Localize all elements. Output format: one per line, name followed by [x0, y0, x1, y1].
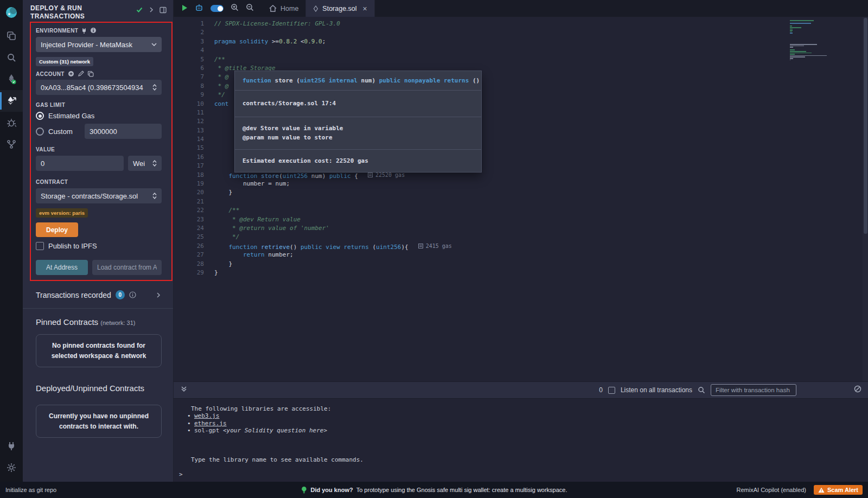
- estimated-gas-option[interactable]: Estimated Gas: [36, 112, 162, 120]
- deploy-button[interactable]: Deploy: [36, 222, 78, 237]
- code-line[interactable]: 21: [174, 197, 868, 206]
- copilot-toggle[interactable]: [210, 5, 224, 12]
- transactions-recorded-row[interactable]: Transactions recorded 0: [36, 290, 162, 299]
- line-number[interactable]: 2: [174, 28, 204, 37]
- code-line[interactable]: 2: [174, 28, 868, 37]
- code-line[interactable]: 26 function retrieve() public view retur…: [174, 242, 868, 251]
- sidebar-item-search[interactable]: [0, 47, 23, 68]
- code-line[interactable]: 20 }: [174, 188, 868, 197]
- pin-panel-icon[interactable]: [159, 7, 167, 14]
- value-unit-select[interactable]: Wei: [128, 156, 162, 171]
- line-number[interactable]: 24: [174, 224, 204, 233]
- at-address-button[interactable]: At Address: [36, 260, 88, 275]
- chevron-right-icon[interactable]: [155, 292, 162, 298]
- line-number[interactable]: 4: [174, 46, 204, 55]
- custom-gas-input[interactable]: [85, 124, 162, 139]
- code-line[interactable]: 29}: [174, 269, 868, 277]
- sidebar-item-debugger[interactable]: [0, 112, 23, 133]
- environment-select[interactable]: Injected Provider - MetaMask: [36, 37, 162, 52]
- add-account-icon[interactable]: [68, 71, 74, 77]
- line-number[interactable]: 23: [174, 215, 204, 224]
- listen-all-transactions-label[interactable]: Listen on all transactions: [621, 386, 692, 394]
- terminal-library-link[interactable]: web3.js: [194, 412, 219, 419]
- sidebar-item-deploy-and-run[interactable]: [0, 90, 23, 112]
- transaction-filter-input[interactable]: [711, 384, 796, 396]
- line-number[interactable]: 12: [174, 117, 204, 126]
- line-number[interactable]: 1: [174, 20, 204, 28]
- value-input[interactable]: [36, 156, 124, 171]
- code-line[interactable]: 19 number = num;: [174, 180, 868, 188]
- terminal-prompt[interactable]: >: [174, 471, 868, 478]
- custom-gas-radio[interactable]: [36, 127, 44, 136]
- line-number[interactable]: 25: [174, 233, 204, 241]
- line-number[interactable]: 19: [174, 180, 204, 188]
- contract-select[interactable]: Storage - contracts/Storage.sol: [36, 188, 162, 203]
- line-number[interactable]: 3: [174, 37, 204, 46]
- scrollbar-thumb[interactable]: [864, 18, 867, 234]
- code-line[interactable]: 23 * @dev Return value: [174, 215, 868, 224]
- zoom-in-icon[interactable]: [231, 3, 239, 14]
- editor-minimap[interactable]: [790, 20, 840, 61]
- line-number[interactable]: 28: [174, 260, 204, 269]
- remixai-assistant-icon[interactable]: [195, 3, 203, 14]
- code-line[interactable]: 27 return number;: [174, 251, 868, 259]
- zoom-out-icon[interactable]: [246, 3, 254, 14]
- terminal-output[interactable]: The following libraries are accessible:w…: [174, 398, 868, 482]
- sidebar-item-plugin-connector[interactable]: [0, 133, 23, 155]
- code-editor[interactable]: 1// SPDX-License-Identifier: GPL-3.023pr…: [174, 17, 868, 381]
- line-number[interactable]: 15: [174, 144, 204, 152]
- line-number[interactable]: 29: [174, 269, 204, 277]
- sidebar-item-solidity-compiler[interactable]: [0, 68, 23, 90]
- close-tab-icon[interactable]: ×: [363, 5, 367, 12]
- tab-home[interactable]: Home: [262, 0, 306, 17]
- git-init-status[interactable]: Initialize as git repo: [5, 487, 56, 493]
- line-number[interactable]: 10: [174, 100, 204, 108]
- line-number[interactable]: 18: [174, 171, 204, 180]
- line-number[interactable]: 26: [174, 242, 204, 251]
- line-number[interactable]: 20: [174, 188, 204, 197]
- line-number[interactable]: 9: [174, 91, 204, 99]
- code-line[interactable]: 3pragma solidity >=0.8.2 <0.9.0;: [174, 37, 868, 46]
- line-number[interactable]: 17: [174, 162, 204, 170]
- code-line[interactable]: 4: [174, 46, 868, 55]
- tab-storage-sol[interactable]: Storage.sol ×: [306, 0, 374, 17]
- listen-all-transactions-checkbox[interactable]: [608, 387, 615, 394]
- line-number[interactable]: 21: [174, 197, 204, 206]
- line-number[interactable]: 5: [174, 55, 204, 64]
- line-number[interactable]: 14: [174, 135, 204, 144]
- remix-logo[interactable]: [2, 3, 21, 22]
- info-icon[interactable]: [90, 27, 97, 34]
- at-address-input[interactable]: [92, 260, 162, 275]
- terminal-library-link[interactable]: ethers.js: [194, 420, 227, 427]
- estimated-gas-radio[interactable]: [36, 112, 44, 120]
- code-line[interactable]: 25 */: [174, 233, 868, 241]
- copy-icon[interactable]: [87, 71, 94, 77]
- line-number[interactable]: 11: [174, 108, 204, 117]
- expand-terminal-icon[interactable]: [180, 385, 188, 395]
- chevron-right-icon[interactable]: [148, 7, 155, 13]
- line-number[interactable]: 22: [174, 206, 204, 215]
- edit-icon[interactable]: [78, 71, 84, 77]
- run-script-button[interactable]: [182, 4, 188, 14]
- publish-ipfs-option[interactable]: Publish to IPFS: [36, 242, 162, 250]
- publish-ipfs-checkbox[interactable]: [36, 242, 44, 250]
- code-line[interactable]: 5/**: [174, 55, 868, 64]
- code-line[interactable]: 28 }: [174, 260, 868, 269]
- sidebar-item-settings[interactable]: [0, 457, 23, 478]
- info-icon[interactable]: [129, 291, 136, 298]
- code-line[interactable]: 22 /**: [174, 206, 868, 215]
- line-number[interactable]: 6: [174, 64, 204, 73]
- sidebar-item-plugin-manager[interactable]: [0, 435, 23, 457]
- line-number[interactable]: 7: [174, 73, 204, 81]
- line-number[interactable]: 27: [174, 251, 204, 259]
- line-number[interactable]: 8: [174, 82, 204, 91]
- line-number[interactable]: 16: [174, 153, 204, 162]
- clear-console-icon[interactable]: [854, 385, 861, 395]
- code-line[interactable]: 24 * @return value of 'number': [174, 224, 868, 233]
- account-select[interactable]: 0xA03...85ac4 (0.398673504934: [36, 80, 162, 95]
- sidebar-item-file-explorer[interactable]: [0, 25, 23, 47]
- line-number[interactable]: 13: [174, 126, 204, 135]
- scam-alert-badge[interactable]: Scam Alert: [814, 485, 863, 495]
- code-line[interactable]: 1// SPDX-License-Identifier: GPL-3.0: [174, 20, 868, 28]
- copilot-status[interactable]: RemixAI Copilot (enabled): [737, 487, 806, 493]
